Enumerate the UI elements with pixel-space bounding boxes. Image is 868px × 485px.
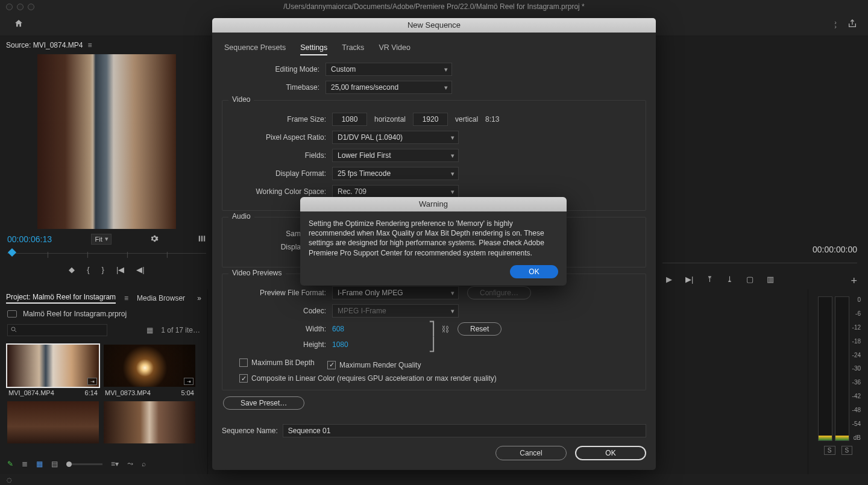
list-view-icon[interactable]: ≣ — [22, 460, 28, 468]
meter-tick: -42 — [846, 393, 861, 399]
source-timecode-in[interactable]: 00:00:06:13 — [7, 234, 52, 244]
panel-menu-icon[interactable]: ≡ — [124, 294, 128, 302]
ok-button[interactable]: OK — [575, 446, 646, 460]
max-render-quality-checkbox[interactable]: ✓Maximum Render Quality — [327, 361, 421, 369]
sequence-name-label: Sequence Name: — [222, 427, 278, 435]
freeform-view-icon[interactable]: ▤ — [51, 460, 58, 468]
new-bin-icon[interactable]: ▦ — [146, 326, 156, 334]
project-clip[interactable]: ⇥MVI_0873.MP45:04 — [104, 345, 195, 396]
program-timecode-out[interactable]: 00:00:00:00 — [813, 245, 857, 254]
meter-tick: -36 — [846, 379, 861, 386]
project-clip[interactable] — [7, 401, 99, 446]
fields-label: Fields: — [228, 151, 332, 160]
creative-cloud-icon[interactable]: ◌ — [5, 475, 13, 484]
max-render-quality-label: Maximum Render Quality — [339, 361, 421, 369]
composite-linear-checkbox[interactable]: ✓Composite in Linear Color (requires GPU… — [239, 374, 497, 383]
tab-settings[interactable]: Settings — [300, 43, 327, 55]
status-bar: ◌ — [0, 474, 868, 485]
mark-in-icon[interactable]: ◆ — [69, 265, 75, 274]
project-clip[interactable] — [104, 401, 195, 446]
source-tab[interactable]: Source: MVI_0874.MP4 — [6, 41, 83, 49]
sort-icon[interactable]: ≡▾ — [111, 460, 119, 468]
editing-mode-select[interactable]: Custom — [326, 63, 452, 76]
panel-menu-icon[interactable]: ≡ — [87, 41, 92, 49]
mark-clip-icon[interactable]: } — [102, 265, 104, 274]
step-forward-icon[interactable]: ▶| — [685, 275, 693, 287]
program-scrub-bar[interactable] — [662, 257, 857, 271]
lift-icon[interactable]: ⤒ — [706, 275, 713, 287]
project-tab[interactable]: Project: Malmö Reel for Instagram — [6, 293, 116, 304]
solo-left-button[interactable]: S — [824, 446, 835, 455]
timebase-select[interactable]: 25,00 frames/second — [326, 81, 452, 94]
export-frame-icon[interactable]: ▢ — [746, 275, 753, 287]
clip-thumbnail[interactable]: ⇥ — [104, 345, 195, 387]
clip-thumbnail[interactable] — [104, 401, 195, 443]
home-button[interactable] — [13, 19, 24, 30]
video-heading: Video — [228, 95, 254, 104]
settings-icon[interactable] — [150, 234, 159, 245]
zoom-fit-select[interactable]: Fit — [91, 234, 112, 245]
tab-overflow-icon[interactable]: » — [197, 294, 201, 302]
clip-duration: 6:14 — [85, 389, 98, 396]
find-icon[interactable]: ⌕ — [142, 460, 146, 468]
clip-badge-icon: ⇥ — [184, 378, 193, 385]
link-bracket-icon: ⎦ — [429, 339, 435, 350]
composite-linear-label: Composite in Linear Color (requires GPU … — [251, 374, 497, 383]
media-browser-tab[interactable]: Media Browser — [137, 294, 185, 302]
link-dimensions-icon[interactable]: ⛓ — [441, 325, 449, 334]
color-space-select[interactable]: Rec. 709 — [332, 185, 459, 198]
meter-tick: -30 — [846, 365, 861, 372]
source-panel: Source: MVI_0874.MP4 ≡ 00:00:06:13 Fit |… — [0, 36, 214, 289]
project-filename: Malmö Reel for Instagram.prproj — [23, 310, 127, 318]
sequence-name-input[interactable] — [283, 424, 646, 437]
preview-height-value[interactable]: 1080 — [332, 340, 348, 349]
tab-sequence-presets[interactable]: Sequence Presets — [224, 43, 286, 55]
button-editor-icon[interactable] — [198, 234, 206, 245]
svg-rect-0 — [199, 236, 200, 241]
comparison-view-icon[interactable]: ▥ — [767, 275, 774, 287]
source-transport: ◆ { } |◀ ◀| — [0, 261, 213, 280]
extract-icon[interactable]: ⤓ — [726, 275, 733, 287]
vertical-label: vertical — [455, 115, 478, 124]
warning-title: Warning — [300, 197, 567, 211]
go-to-in-icon[interactable]: |◀ — [116, 265, 124, 274]
frame-width-input[interactable] — [332, 113, 367, 126]
project-search-input[interactable] — [7, 324, 107, 336]
display-format-select[interactable]: 25 fps Timecode — [332, 167, 459, 180]
zoom-slider[interactable] — [66, 463, 102, 465]
workspace-overflow-icon[interactable]: ›› — [834, 20, 837, 29]
solo-right-button[interactable]: S — [841, 446, 853, 455]
play-icon[interactable]: ▶ — [666, 275, 672, 287]
preview-width-value[interactable]: 608 — [332, 325, 344, 333]
codec-select: MPEG I-Frame — [332, 304, 459, 318]
share-icon[interactable] — [848, 19, 857, 30]
meter-bars[interactable] — [818, 296, 849, 441]
reset-button[interactable]: Reset — [458, 322, 502, 336]
icon-view-icon[interactable]: ▦ — [36, 460, 43, 468]
automate-to-sequence-icon[interactable]: ⤳ — [127, 460, 133, 468]
video-previews-section: Video Previews Preview File Format: I-Fr… — [222, 274, 646, 390]
clip-thumbnail[interactable]: ⇥ — [7, 345, 99, 387]
cancel-button[interactable]: Cancel — [495, 446, 567, 460]
button-editor-plus-icon[interactable]: + — [851, 275, 868, 287]
clip-name: MVI_0873.MP4 — [105, 389, 151, 396]
step-back-icon[interactable]: ◀| — [136, 265, 144, 274]
max-bit-depth-checkbox[interactable]: Maximum Bit Depth — [239, 358, 315, 367]
par-select[interactable]: D1/DV PAL (1.0940) — [332, 131, 459, 144]
tab-tracks[interactable]: Tracks — [342, 43, 364, 55]
frame-height-input[interactable] — [413, 113, 448, 126]
pen-tool-icon[interactable]: ✎ — [7, 460, 13, 468]
project-clip[interactable]: ⇥MVI_0874.MP46:14 — [7, 345, 99, 396]
mark-out-icon[interactable]: { — [87, 265, 89, 274]
macos-titlebar: /Users/dannymaiorca/Documents/Adobe/Prem… — [0, 0, 868, 13]
clip-thumbnail[interactable] — [7, 401, 99, 443]
source-scrub-bar[interactable]: |||| — [7, 247, 206, 261]
playhead-icon[interactable] — [8, 248, 16, 257]
tab-vr-video[interactable]: VR Video — [379, 43, 410, 55]
warning-ok-button[interactable]: OK — [510, 265, 558, 278]
save-preset-button[interactable]: Save Preset… — [223, 396, 304, 410]
source-preview[interactable] — [37, 54, 176, 229]
document-path: /Users/dannymaiorca/Documents/Adobe/Prem… — [0, 2, 868, 11]
fields-select[interactable]: Lower Field First — [332, 149, 459, 162]
preview-format-select[interactable]: I-Frame Only MPEG — [332, 286, 459, 299]
